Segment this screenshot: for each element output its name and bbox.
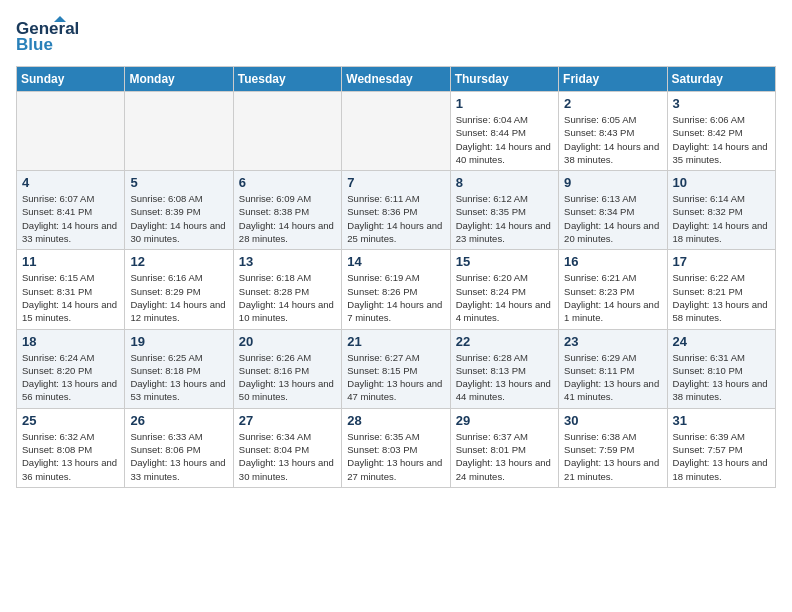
calendar-day-cell: 26Sunrise: 6:33 AMSunset: 8:06 PMDayligh… [125, 408, 233, 487]
day-number: 15 [456, 254, 553, 269]
day-number: 13 [239, 254, 336, 269]
day-info: Sunrise: 6:11 AMSunset: 8:36 PMDaylight:… [347, 192, 444, 245]
day-number: 1 [456, 96, 553, 111]
weekday-header: Saturday [667, 67, 775, 92]
day-info: Sunrise: 6:37 AMSunset: 8:01 PMDaylight:… [456, 430, 553, 483]
svg-text:Blue: Blue [16, 35, 53, 54]
day-number: 29 [456, 413, 553, 428]
calendar-day-cell: 17Sunrise: 6:22 AMSunset: 8:21 PMDayligh… [667, 250, 775, 329]
calendar-day-cell: 31Sunrise: 6:39 AMSunset: 7:57 PMDayligh… [667, 408, 775, 487]
day-info: Sunrise: 6:31 AMSunset: 8:10 PMDaylight:… [673, 351, 770, 404]
day-number: 5 [130, 175, 227, 190]
day-number: 17 [673, 254, 770, 269]
day-info: Sunrise: 6:06 AMSunset: 8:42 PMDaylight:… [673, 113, 770, 166]
day-info: Sunrise: 6:35 AMSunset: 8:03 PMDaylight:… [347, 430, 444, 483]
calendar-day-cell: 16Sunrise: 6:21 AMSunset: 8:23 PMDayligh… [559, 250, 667, 329]
weekday-header: Sunday [17, 67, 125, 92]
day-info: Sunrise: 6:07 AMSunset: 8:41 PMDaylight:… [22, 192, 119, 245]
day-number: 6 [239, 175, 336, 190]
calendar-day-cell [342, 92, 450, 171]
day-number: 19 [130, 334, 227, 349]
day-info: Sunrise: 6:24 AMSunset: 8:20 PMDaylight:… [22, 351, 119, 404]
calendar-week-row: 4Sunrise: 6:07 AMSunset: 8:41 PMDaylight… [17, 171, 776, 250]
weekday-header: Tuesday [233, 67, 341, 92]
weekday-header: Thursday [450, 67, 558, 92]
calendar-day-cell: 10Sunrise: 6:14 AMSunset: 8:32 PMDayligh… [667, 171, 775, 250]
calendar-day-cell: 14Sunrise: 6:19 AMSunset: 8:26 PMDayligh… [342, 250, 450, 329]
day-info: Sunrise: 6:19 AMSunset: 8:26 PMDaylight:… [347, 271, 444, 324]
day-number: 12 [130, 254, 227, 269]
calendar-day-cell: 6Sunrise: 6:09 AMSunset: 8:38 PMDaylight… [233, 171, 341, 250]
page-header: General Blue [16, 16, 776, 56]
calendar-day-cell: 13Sunrise: 6:18 AMSunset: 8:28 PMDayligh… [233, 250, 341, 329]
weekday-header-row: SundayMondayTuesdayWednesdayThursdayFrid… [17, 67, 776, 92]
logo-icon: General Blue [16, 16, 96, 56]
calendar-day-cell: 3Sunrise: 6:06 AMSunset: 8:42 PMDaylight… [667, 92, 775, 171]
day-number: 18 [22, 334, 119, 349]
day-number: 3 [673, 96, 770, 111]
calendar-day-cell: 12Sunrise: 6:16 AMSunset: 8:29 PMDayligh… [125, 250, 233, 329]
calendar-day-cell: 27Sunrise: 6:34 AMSunset: 8:04 PMDayligh… [233, 408, 341, 487]
calendar-week-row: 18Sunrise: 6:24 AMSunset: 8:20 PMDayligh… [17, 329, 776, 408]
calendar-day-cell: 25Sunrise: 6:32 AMSunset: 8:08 PMDayligh… [17, 408, 125, 487]
calendar-day-cell: 15Sunrise: 6:20 AMSunset: 8:24 PMDayligh… [450, 250, 558, 329]
day-info: Sunrise: 6:13 AMSunset: 8:34 PMDaylight:… [564, 192, 661, 245]
day-number: 22 [456, 334, 553, 349]
calendar-day-cell: 23Sunrise: 6:29 AMSunset: 8:11 PMDayligh… [559, 329, 667, 408]
day-number: 14 [347, 254, 444, 269]
day-info: Sunrise: 6:26 AMSunset: 8:16 PMDaylight:… [239, 351, 336, 404]
day-number: 8 [456, 175, 553, 190]
day-info: Sunrise: 6:05 AMSunset: 8:43 PMDaylight:… [564, 113, 661, 166]
calendar-table: SundayMondayTuesdayWednesdayThursdayFrid… [16, 66, 776, 488]
day-info: Sunrise: 6:15 AMSunset: 8:31 PMDaylight:… [22, 271, 119, 324]
day-number: 25 [22, 413, 119, 428]
calendar-day-cell: 30Sunrise: 6:38 AMSunset: 7:59 PMDayligh… [559, 408, 667, 487]
day-info: Sunrise: 6:39 AMSunset: 7:57 PMDaylight:… [673, 430, 770, 483]
logo: General Blue [16, 16, 96, 56]
day-number: 21 [347, 334, 444, 349]
day-info: Sunrise: 6:34 AMSunset: 8:04 PMDaylight:… [239, 430, 336, 483]
weekday-header: Wednesday [342, 67, 450, 92]
calendar-day-cell: 1Sunrise: 6:04 AMSunset: 8:44 PMDaylight… [450, 92, 558, 171]
calendar-day-cell: 29Sunrise: 6:37 AMSunset: 8:01 PMDayligh… [450, 408, 558, 487]
day-info: Sunrise: 6:14 AMSunset: 8:32 PMDaylight:… [673, 192, 770, 245]
calendar-week-row: 25Sunrise: 6:32 AMSunset: 8:08 PMDayligh… [17, 408, 776, 487]
day-info: Sunrise: 6:22 AMSunset: 8:21 PMDaylight:… [673, 271, 770, 324]
day-info: Sunrise: 6:12 AMSunset: 8:35 PMDaylight:… [456, 192, 553, 245]
calendar-day-cell: 18Sunrise: 6:24 AMSunset: 8:20 PMDayligh… [17, 329, 125, 408]
day-number: 4 [22, 175, 119, 190]
day-number: 7 [347, 175, 444, 190]
calendar-day-cell: 9Sunrise: 6:13 AMSunset: 8:34 PMDaylight… [559, 171, 667, 250]
calendar-day-cell [233, 92, 341, 171]
day-info: Sunrise: 6:25 AMSunset: 8:18 PMDaylight:… [130, 351, 227, 404]
calendar-day-cell: 8Sunrise: 6:12 AMSunset: 8:35 PMDaylight… [450, 171, 558, 250]
weekday-header: Friday [559, 67, 667, 92]
calendar-week-row: 11Sunrise: 6:15 AMSunset: 8:31 PMDayligh… [17, 250, 776, 329]
day-info: Sunrise: 6:38 AMSunset: 7:59 PMDaylight:… [564, 430, 661, 483]
day-number: 26 [130, 413, 227, 428]
day-info: Sunrise: 6:32 AMSunset: 8:08 PMDaylight:… [22, 430, 119, 483]
calendar-day-cell: 7Sunrise: 6:11 AMSunset: 8:36 PMDaylight… [342, 171, 450, 250]
calendar-day-cell: 21Sunrise: 6:27 AMSunset: 8:15 PMDayligh… [342, 329, 450, 408]
day-info: Sunrise: 6:27 AMSunset: 8:15 PMDaylight:… [347, 351, 444, 404]
day-number: 16 [564, 254, 661, 269]
weekday-header: Monday [125, 67, 233, 92]
day-number: 2 [564, 96, 661, 111]
day-info: Sunrise: 6:04 AMSunset: 8:44 PMDaylight:… [456, 113, 553, 166]
day-info: Sunrise: 6:21 AMSunset: 8:23 PMDaylight:… [564, 271, 661, 324]
calendar-day-cell: 4Sunrise: 6:07 AMSunset: 8:41 PMDaylight… [17, 171, 125, 250]
day-info: Sunrise: 6:28 AMSunset: 8:13 PMDaylight:… [456, 351, 553, 404]
day-number: 10 [673, 175, 770, 190]
day-number: 9 [564, 175, 661, 190]
calendar-week-row: 1Sunrise: 6:04 AMSunset: 8:44 PMDaylight… [17, 92, 776, 171]
day-number: 11 [22, 254, 119, 269]
calendar-day-cell: 22Sunrise: 6:28 AMSunset: 8:13 PMDayligh… [450, 329, 558, 408]
calendar-day-cell: 20Sunrise: 6:26 AMSunset: 8:16 PMDayligh… [233, 329, 341, 408]
day-info: Sunrise: 6:20 AMSunset: 8:24 PMDaylight:… [456, 271, 553, 324]
day-number: 28 [347, 413, 444, 428]
day-info: Sunrise: 6:29 AMSunset: 8:11 PMDaylight:… [564, 351, 661, 404]
calendar-day-cell: 2Sunrise: 6:05 AMSunset: 8:43 PMDaylight… [559, 92, 667, 171]
calendar-day-cell: 11Sunrise: 6:15 AMSunset: 8:31 PMDayligh… [17, 250, 125, 329]
calendar-day-cell: 19Sunrise: 6:25 AMSunset: 8:18 PMDayligh… [125, 329, 233, 408]
day-number: 31 [673, 413, 770, 428]
